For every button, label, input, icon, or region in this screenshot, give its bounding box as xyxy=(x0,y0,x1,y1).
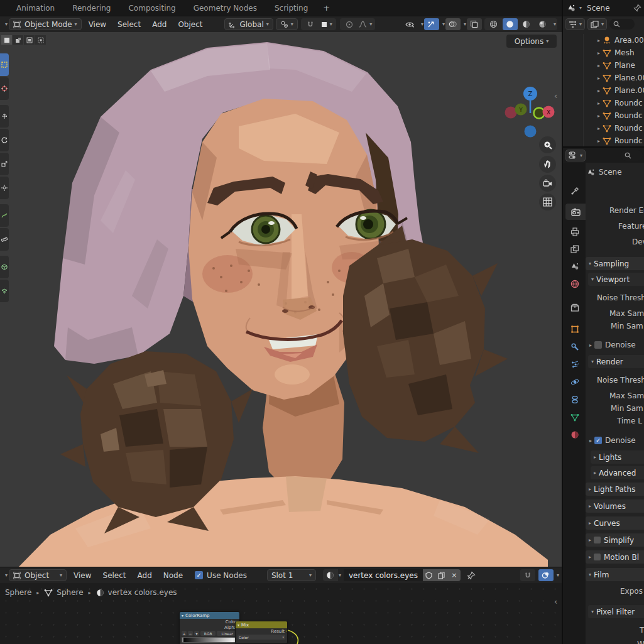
sidebar-collapse-icon[interactable]: ‹ xyxy=(554,91,557,101)
color-ramp-gradient[interactable] xyxy=(182,637,237,643)
editor-type-chevron-icon[interactable]: ▾ xyxy=(5,21,8,27)
tab-collection[interactable] xyxy=(564,299,586,315)
outliner-item-roundcube3[interactable]: ▸ Roundc xyxy=(563,122,644,134)
section-motion-blur[interactable]: ▸ Motion Bl xyxy=(586,550,644,564)
menu-add[interactable]: Add xyxy=(132,571,158,580)
chevron-down-icon[interactable]: ▾ xyxy=(554,21,556,27)
section-viewport[interactable]: ▾ Viewport xyxy=(588,273,644,286)
shader-type-dropdown[interactable]: Object ▾ xyxy=(9,569,67,581)
section-advanced[interactable]: ▸ Advanced xyxy=(591,466,644,479)
outliner-item-plane[interactable]: ▸ Plane xyxy=(563,59,644,72)
shading-rendered-button[interactable] xyxy=(535,18,550,30)
pivot-point-dropdown[interactable]: ▾ xyxy=(276,18,298,30)
menu-select[interactable]: Select xyxy=(97,571,132,580)
node-editor-canvas[interactable]: Sphere ▸ Sphere ▸ vertex colors.eyes ▾ C… xyxy=(0,583,562,644)
chevron-down-icon[interactable]: ▾ xyxy=(339,572,341,578)
checkbox-unchecked-icon[interactable] xyxy=(594,554,601,560)
tab-render[interactable] xyxy=(565,204,586,220)
tool-measure[interactable] xyxy=(0,228,9,251)
result-socket[interactable] xyxy=(286,630,288,633)
snap-target-button[interactable]: ▾ xyxy=(319,18,334,30)
section-render[interactable]: ▾ Render xyxy=(588,355,644,368)
viewport-denoise-row[interactable]: ▸ Denoise xyxy=(589,339,636,351)
select-mode-subtract[interactable] xyxy=(24,35,35,45)
fake-user-shield-icon[interactable] xyxy=(423,569,435,581)
select-mode-tweak[interactable] xyxy=(1,35,12,45)
select-mode-intersect[interactable] xyxy=(35,35,46,45)
shading-solid-button[interactable] xyxy=(503,18,518,30)
expand-icon[interactable]: ▸ xyxy=(589,438,592,444)
expand-icon[interactable]: ▸ xyxy=(598,101,600,106)
chevron-down-icon[interactable]: ▾ xyxy=(557,572,559,578)
tab-modifiers[interactable] xyxy=(564,339,586,355)
pan-hand-icon[interactable] xyxy=(539,156,556,173)
editor-type-chevron-icon[interactable]: ▾ xyxy=(5,572,8,578)
snap-magnet-icon[interactable] xyxy=(520,569,535,581)
tool-cursor[interactable] xyxy=(0,77,9,100)
section-pixel-filter[interactable]: ▾ Pixel Filter xyxy=(588,605,644,618)
viewport-3d[interactable]: Options ▾ Z Y X ‹ xyxy=(0,32,562,567)
tool-annotate[interactable] xyxy=(0,204,9,227)
shading-wireframe-button[interactable] xyxy=(486,18,501,30)
tab-scene[interactable] xyxy=(564,258,586,275)
menu-select[interactable]: Select xyxy=(112,20,146,29)
navigation-gizmo[interactable]: Z Y X xyxy=(503,85,558,141)
tab-particles[interactable] xyxy=(564,356,586,373)
tab-compositing[interactable]: Compositing xyxy=(119,0,184,16)
tool-select-box[interactable] xyxy=(0,53,9,76)
checkbox-unchecked-icon[interactable] xyxy=(594,537,601,543)
mix-type-dropdown[interactable]: Color ▾ xyxy=(237,635,285,640)
ramp-options-button[interactable]: ▾ xyxy=(194,631,199,636)
chevron-down-icon[interactable]: ▾ xyxy=(464,21,466,27)
expand-icon[interactable]: ▸ xyxy=(598,88,600,94)
tool-extrude[interactable] xyxy=(0,280,9,302)
options-button[interactable]: Options ▾ xyxy=(506,35,557,48)
ortho-grid-icon[interactable] xyxy=(539,194,556,210)
xray-toggle-button[interactable] xyxy=(467,18,482,30)
add-workspace-button[interactable]: + xyxy=(317,3,336,13)
menu-view[interactable]: View xyxy=(68,571,97,580)
outliner-item-roundcube4[interactable]: ▸ Roundc xyxy=(563,134,644,146)
tab-physics[interactable] xyxy=(564,374,586,390)
tool-rotate[interactable] xyxy=(0,129,9,151)
expand-icon[interactable]: ▸ xyxy=(598,138,600,144)
expand-icon[interactable]: ▸ xyxy=(598,50,600,56)
snap-target-icon[interactable] xyxy=(538,569,554,581)
tab-geometry-nodes[interactable]: Geometry Nodes xyxy=(185,0,266,16)
use-nodes-toggle[interactable]: ✓ Use Nodes xyxy=(195,571,247,580)
outliner-filter-dropdown[interactable]: ▾ xyxy=(565,18,585,30)
checkbox-unchecked-icon[interactable] xyxy=(594,341,602,349)
outliner-item-plane00[interactable]: ▸ Plane.00 xyxy=(563,72,644,84)
render-denoise-row[interactable]: ▸ ✓ Denoise xyxy=(589,435,636,446)
node-sidebar-collapse-icon[interactable]: ‹ xyxy=(554,597,557,606)
outliner-item-mesh[interactable]: ▸ Mesh xyxy=(563,46,644,59)
shading-material-button[interactable] xyxy=(519,18,534,30)
outliner-search-input[interactable] xyxy=(609,19,635,30)
expand-icon[interactable]: ▸ xyxy=(598,126,600,131)
tab-material[interactable] xyxy=(564,427,586,443)
outliner-item-plane00b[interactable]: ▸ Plane.00 xyxy=(563,84,644,97)
scene-selector[interactable]: ▾ Scene xyxy=(563,0,644,16)
tab-rendering[interactable]: Rendering xyxy=(63,0,119,16)
tab-animation[interactable]: Animation xyxy=(8,0,63,16)
chevron-down-icon[interactable]: ▾ xyxy=(442,21,445,27)
chevron-down-icon[interactable]: ▾ xyxy=(421,21,423,27)
proportional-editing-icon[interactable] xyxy=(342,18,357,30)
tab-tool[interactable] xyxy=(564,183,586,199)
tab-object-data[interactable] xyxy=(564,409,586,425)
properties-editor-type-dropdown[interactable]: ▾ xyxy=(565,150,586,161)
menu-add[interactable]: Add xyxy=(146,20,172,29)
colorramp-node[interactable]: ▾ ColorRamp Color Alpha + − ▾ RGB Linear… xyxy=(179,611,240,644)
show-gizmo-button[interactable] xyxy=(424,18,439,30)
transform-orientation-dropdown[interactable]: Global ▾ xyxy=(224,18,273,30)
expand-icon[interactable]: ▸ xyxy=(598,75,600,81)
visibility-eye-icon[interactable] xyxy=(403,18,418,30)
outliner-display-dropdown[interactable]: ▾ xyxy=(587,18,607,30)
close-icon[interactable]: × xyxy=(448,569,461,581)
expand-icon[interactable]: ▸ xyxy=(598,38,600,43)
section-volumes[interactable]: ▸ Volumes xyxy=(586,499,644,513)
remove-stop-button[interactable]: − xyxy=(188,631,193,636)
expand-icon[interactable]: ▸ xyxy=(589,342,592,348)
checkbox-checked-icon[interactable]: ✓ xyxy=(594,437,602,444)
pin-icon[interactable] xyxy=(467,571,476,580)
